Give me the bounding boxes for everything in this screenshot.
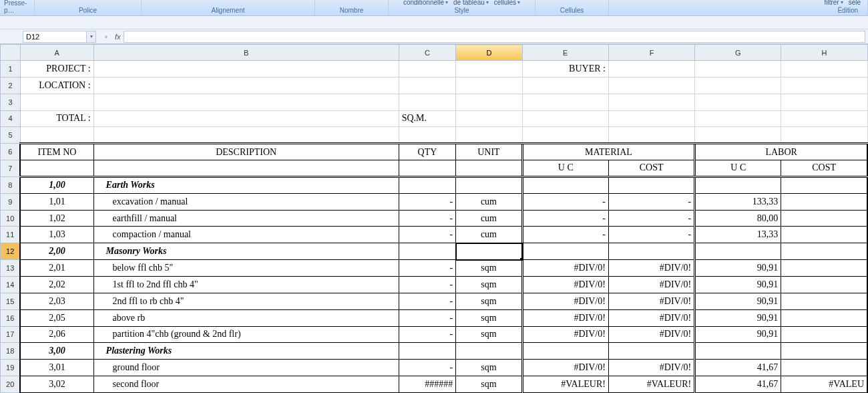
cell[interactable]: 133,33 bbox=[695, 193, 781, 210]
cell[interactable] bbox=[522, 110, 608, 127]
cell[interactable]: Earth Works bbox=[93, 176, 399, 193]
cell[interactable] bbox=[608, 343, 694, 360]
cell[interactable]: - bbox=[522, 210, 608, 227]
filter-button[interactable]: filtrer▾ bbox=[823, 0, 844, 6]
cell[interactable] bbox=[781, 326, 867, 343]
row-header[interactable]: 2 bbox=[1, 77, 21, 94]
cell[interactable]: ITEM NO bbox=[20, 144, 93, 160]
cell[interactable]: - bbox=[399, 309, 456, 326]
cell[interactable] bbox=[781, 176, 867, 193]
cell[interactable]: compaction / manual bbox=[93, 227, 399, 243]
cell[interactable] bbox=[781, 193, 867, 210]
cell[interactable]: excavation / manual bbox=[93, 193, 399, 210]
cell[interactable] bbox=[522, 94, 608, 110]
cell[interactable]: - bbox=[399, 260, 456, 277]
cell[interactable] bbox=[20, 127, 93, 144]
cell[interactable] bbox=[93, 61, 399, 78]
cell[interactable] bbox=[781, 243, 867, 260]
cell[interactable] bbox=[781, 77, 867, 94]
cell[interactable]: - bbox=[399, 360, 456, 376]
cell[interactable] bbox=[399, 61, 456, 78]
cell[interactable] bbox=[522, 127, 608, 144]
cell[interactable] bbox=[399, 94, 456, 110]
cell[interactable] bbox=[93, 110, 399, 127]
cell[interactable]: above rb bbox=[93, 309, 399, 326]
cell[interactable] bbox=[456, 61, 522, 78]
cell[interactable]: sqm bbox=[456, 309, 522, 326]
cell[interactable]: sqm bbox=[456, 276, 522, 293]
cell[interactable] bbox=[399, 160, 456, 177]
cell[interactable]: 1,00 bbox=[20, 176, 93, 193]
cell[interactable]: 90,91 bbox=[695, 276, 781, 293]
fx-icon[interactable]: fx bbox=[115, 33, 121, 41]
cell[interactable]: MATERIAL bbox=[522, 144, 695, 160]
cell[interactable]: #DIV/0! bbox=[608, 260, 694, 277]
cell[interactable]: 1,03 bbox=[20, 227, 93, 243]
cell[interactable] bbox=[608, 127, 694, 144]
cell[interactable] bbox=[781, 110, 867, 127]
cell[interactable] bbox=[695, 176, 781, 193]
cell[interactable]: 13,33 bbox=[695, 227, 781, 243]
cell[interactable]: 2,01 bbox=[20, 260, 93, 277]
cond-format-button[interactable]: conditionnelle▾ bbox=[402, 0, 449, 6]
cell[interactable]: - bbox=[608, 193, 694, 210]
table-format-button[interactable]: de tableau▾ bbox=[452, 0, 490, 6]
cell[interactable] bbox=[695, 243, 781, 260]
cell-styles-button[interactable]: cellules▾ bbox=[493, 0, 521, 6]
cell[interactable] bbox=[399, 176, 456, 193]
cell[interactable]: 90,91 bbox=[695, 260, 781, 277]
cell[interactable]: 2,05 bbox=[20, 309, 93, 326]
cell[interactable] bbox=[695, 127, 781, 144]
cell[interactable]: second floor bbox=[93, 376, 399, 393]
cell[interactable]: ground floor bbox=[93, 360, 399, 376]
cell[interactable] bbox=[456, 343, 522, 360]
row-header[interactable]: 20 bbox=[1, 376, 21, 393]
cell[interactable] bbox=[456, 243, 522, 260]
cell[interactable]: #VALEUR! bbox=[522, 376, 608, 393]
cell[interactable] bbox=[20, 94, 93, 110]
cell[interactable] bbox=[608, 110, 694, 127]
cell[interactable]: #DIV/0! bbox=[608, 276, 694, 293]
cell[interactable] bbox=[695, 94, 781, 110]
row-header[interactable]: 14 bbox=[1, 276, 21, 293]
cell[interactable]: - bbox=[608, 227, 694, 243]
cell[interactable]: sqm bbox=[456, 360, 522, 376]
cell[interactable] bbox=[695, 110, 781, 127]
cell[interactable]: #DIV/0! bbox=[608, 360, 694, 376]
cell[interactable] bbox=[781, 94, 867, 110]
cell[interactable]: - bbox=[399, 326, 456, 343]
cell[interactable]: 90,91 bbox=[695, 309, 781, 326]
cell[interactable] bbox=[522, 243, 608, 260]
cell[interactable]: #DIV/0! bbox=[522, 360, 608, 376]
cell[interactable]: Plastering Works bbox=[93, 343, 399, 360]
cell[interactable] bbox=[695, 343, 781, 360]
cell[interactable]: #DIV/0! bbox=[522, 309, 608, 326]
cell[interactable] bbox=[522, 176, 608, 193]
cell[interactable] bbox=[93, 77, 399, 94]
cell[interactable] bbox=[456, 160, 522, 177]
cell[interactable]: #DIV/0! bbox=[522, 276, 608, 293]
cell[interactable] bbox=[399, 77, 456, 94]
cell[interactable]: #DIV/0! bbox=[522, 326, 608, 343]
cell[interactable]: sqm bbox=[456, 326, 522, 343]
col-header-C[interactable]: C bbox=[399, 45, 456, 61]
row-header[interactable]: 5 bbox=[1, 127, 21, 144]
col-header-B[interactable]: B bbox=[93, 45, 399, 61]
row-header[interactable]: 11 bbox=[1, 227, 21, 243]
select-all-corner[interactable] bbox=[1, 45, 21, 61]
cell[interactable] bbox=[781, 260, 867, 277]
sheet-area[interactable]: A B C D E F G H 1PROJECT :BUYER :2LOCATI… bbox=[0, 44, 868, 393]
cell[interactable]: - bbox=[522, 193, 608, 210]
col-header-E[interactable]: E bbox=[522, 45, 608, 61]
cell[interactable] bbox=[522, 343, 608, 360]
row-header[interactable]: 8 bbox=[1, 176, 21, 193]
cell[interactable] bbox=[456, 176, 522, 193]
cell[interactable]: 1st ffl to 2nd ffl chb 4" bbox=[93, 276, 399, 293]
cell[interactable] bbox=[608, 176, 694, 193]
cell[interactable] bbox=[608, 94, 694, 110]
cell[interactable]: #DIV/0! bbox=[522, 260, 608, 277]
col-header-F[interactable]: F bbox=[608, 45, 694, 61]
cell[interactable]: - bbox=[522, 227, 608, 243]
cell[interactable]: 1,01 bbox=[20, 193, 93, 210]
row-header[interactable]: 7 bbox=[1, 160, 21, 177]
